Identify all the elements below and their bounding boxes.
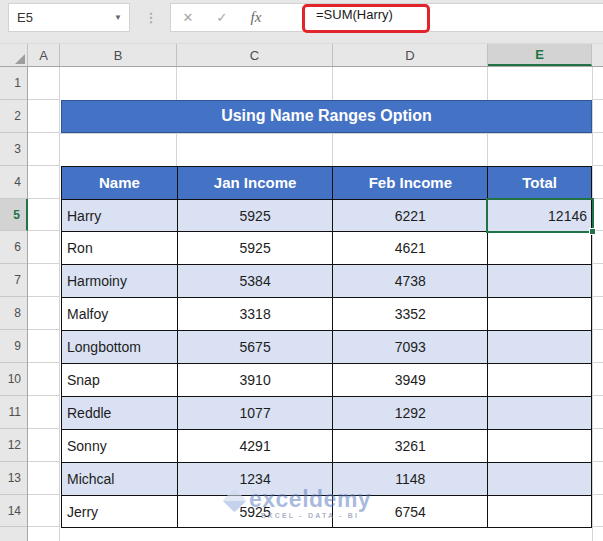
title-banner: Using Name Ranges Option (61, 100, 592, 133)
table-row: Harmoiny 5384 4738 (62, 265, 592, 298)
name-box-dropdown-icon[interactable]: ▼ (114, 13, 129, 22)
cell-d10[interactable]: 3949 (333, 364, 488, 397)
excel-window: E5 ▼ ⋮ ✕ ✓ fx =SUM(Harry) A B C D E 1 2 … (0, 0, 603, 541)
row-header-5-selected[interactable]: 5 (0, 199, 28, 232)
table-row: Malfoy 3318 3352 (62, 298, 592, 331)
row-header-8[interactable]: 8 (0, 297, 27, 330)
name-box[interactable]: E5 ▼ (8, 3, 130, 32)
column-header-f-partial[interactable] (592, 44, 603, 66)
cell-d12[interactable]: 3261 (333, 430, 488, 463)
cell-b6[interactable]: Ron (62, 232, 178, 265)
column-header-d[interactable]: D (333, 44, 488, 66)
insert-function-icon[interactable]: fx (239, 9, 273, 26)
table-row: Longbottom 5675 7093 (62, 331, 592, 364)
cell-b8[interactable]: Malfoy (62, 298, 178, 331)
cell-d7[interactable]: 4738 (333, 265, 488, 298)
cell-c7[interactable]: 5384 (178, 265, 334, 298)
select-all-triangle-icon (15, 54, 25, 64)
formula-toolbar: E5 ▼ ⋮ ✕ ✓ fx =SUM(Harry) (0, 0, 603, 44)
row-header-7[interactable]: 7 (0, 264, 27, 297)
select-all-corner[interactable] (0, 44, 28, 66)
name-box-value[interactable]: E5 (9, 10, 114, 25)
row-header-12[interactable]: 12 (0, 429, 27, 462)
cell-d5[interactable]: 6221 (333, 200, 488, 233)
table-row: Sonny 4291 3261 (62, 430, 592, 463)
table-row: Jerry 5925 6754 (62, 496, 592, 529)
formula-bar-grip-icon[interactable]: ⋮ (146, 3, 156, 32)
column-header-b[interactable]: B (60, 44, 177, 66)
row-header-6[interactable]: 6 (0, 231, 27, 264)
enter-icon[interactable]: ✓ (205, 10, 239, 25)
formula-input[interactable]: =SUM(Harry) (316, 0, 393, 29)
column-header-a[interactable]: A (28, 44, 60, 66)
column-a-gridlines (28, 67, 60, 541)
column-header-e-selected[interactable]: E (488, 44, 592, 66)
cell-e11[interactable] (488, 397, 592, 430)
cell-e8[interactable] (488, 298, 592, 331)
cell-e13[interactable] (488, 463, 592, 496)
title-banner-text: Using Name Ranges Option (221, 107, 432, 125)
gridline (60, 133, 592, 134)
cell-e5-active[interactable]: 12146 (488, 200, 592, 233)
table-row: Snap 3910 3949 (62, 364, 592, 397)
cell-b13[interactable]: Michcal (62, 463, 178, 496)
header-jan-income: Jan Income (178, 167, 334, 200)
cell-d9[interactable]: 7093 (333, 331, 488, 364)
cancel-icon[interactable]: ✕ (171, 10, 205, 25)
cell-c13[interactable]: 1234 (178, 463, 334, 496)
cell-c6[interactable]: 5925 (178, 232, 334, 265)
table-row: Michcal 1234 1148 (62, 463, 592, 496)
cell-d8[interactable]: 3352 (333, 298, 488, 331)
column-header-row: A B C D E (0, 44, 603, 67)
cell-d6[interactable]: 4621 (333, 232, 488, 265)
cell-b9[interactable]: Longbottom (62, 331, 178, 364)
cell-e6[interactable] (488, 232, 592, 265)
row-header-13[interactable]: 13 (0, 462, 27, 495)
cell-c14[interactable]: 5925 (178, 496, 334, 529)
row-header-4[interactable]: 4 (0, 166, 27, 199)
cell-c8[interactable]: 3318 (178, 298, 334, 331)
row-header-2[interactable]: 2 (0, 100, 27, 133)
cell-c10[interactable]: 3910 (178, 364, 334, 397)
cell-e7[interactable] (488, 265, 592, 298)
cell-b10[interactable]: Snap (62, 364, 178, 397)
cell-b11[interactable]: Reddle (62, 397, 178, 430)
cell-c11[interactable]: 1077 (178, 397, 334, 430)
table-row: Harry 5925 6221 12146 (62, 200, 592, 233)
cell-e9[interactable] (488, 331, 592, 364)
cell-d13[interactable]: 1148 (333, 463, 488, 496)
header-total: Total (488, 167, 592, 200)
table-header-row: Name Jan Income Feb Income Total (62, 167, 592, 200)
table-row: Ron 5925 4621 (62, 232, 592, 265)
row-header-3[interactable]: 3 (0, 133, 27, 166)
row-header-11[interactable]: 11 (0, 396, 27, 429)
right-sliver-gridlines (592, 67, 603, 541)
row-header-column: 1 2 3 4 5 6 7 8 9 10 11 12 13 14 (0, 67, 28, 541)
row-header-14[interactable]: 14 (0, 495, 27, 528)
income-table: Name Jan Income Feb Income Total Harry 5… (61, 166, 592, 529)
cell-d11[interactable]: 1292 (333, 397, 488, 430)
cell-c12[interactable]: 4291 (178, 430, 334, 463)
cell-e10[interactable] (488, 364, 592, 397)
header-feb-income: Feb Income (333, 167, 488, 200)
cell-e12[interactable] (488, 430, 592, 463)
column-header-c[interactable]: C (177, 44, 333, 66)
cell-b5[interactable]: Harry (62, 200, 178, 233)
row-header-9[interactable]: 9 (0, 330, 27, 363)
header-name: Name (62, 167, 178, 200)
cell-b12[interactable]: Sonny (62, 430, 178, 463)
cell-c9[interactable]: 5675 (178, 331, 334, 364)
cell-c5[interactable]: 5925 (178, 200, 334, 233)
cell-e14[interactable] (488, 496, 592, 529)
cell-d14[interactable]: 6754 (333, 496, 488, 529)
cell-b7[interactable]: Harmoiny (62, 265, 178, 298)
cell-b14[interactable]: Jerry (62, 496, 178, 529)
row-header-10[interactable]: 10 (0, 363, 27, 396)
table-row: Reddle 1077 1292 (62, 397, 592, 430)
row-header-1[interactable]: 1 (0, 67, 27, 100)
